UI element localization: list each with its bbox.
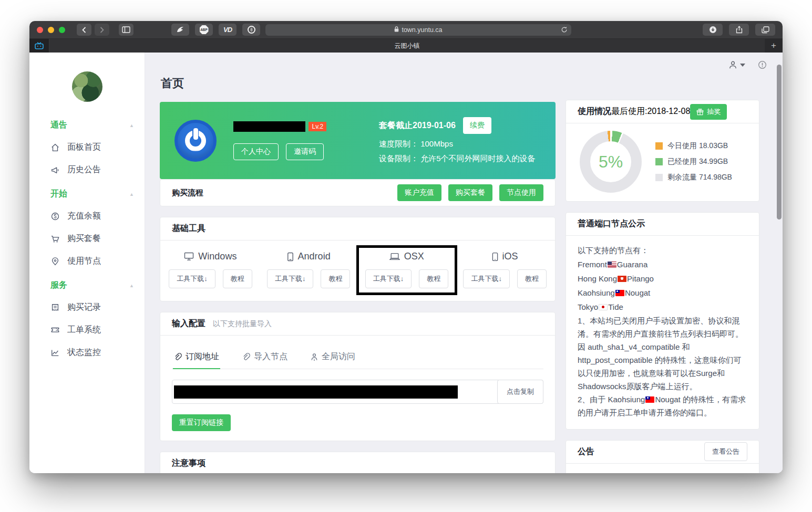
copy-button[interactable]: 点击复制: [497, 380, 543, 404]
invite-code-button[interactable]: 邀请码: [286, 143, 324, 160]
ios-download-button[interactable]: 工具下载↓: [463, 269, 510, 288]
chevron-left-icon: [82, 27, 86, 33]
toolbar-right-buttons: [703, 24, 775, 36]
keyhole-icon: [248, 26, 255, 34]
usage-percent: 5%: [580, 131, 642, 193]
input-config-title: 输入配置: [172, 318, 205, 329]
vd-extension-button[interactable]: VD: [219, 24, 237, 36]
android-download-button[interactable]: 工具下载↓: [267, 269, 314, 288]
sidebar-item-history-announcements[interactable]: 历史公告: [50, 159, 134, 181]
legend-swatch: [655, 142, 663, 150]
purchase-flow-title: 购买流程: [172, 188, 203, 198]
smartphone-icon: [492, 252, 498, 262]
share-icon: [736, 26, 743, 34]
reset-subscription-button[interactable]: 重置订阅链接: [172, 414, 231, 431]
sidebar-item-use-nodes[interactable]: 使用节点: [50, 250, 134, 273]
user-menu-button[interactable]: [728, 60, 745, 70]
sidebar-item-ticket-system[interactable]: 工单系统: [50, 319, 134, 341]
sidebar-section-title: 开始: [50, 189, 67, 200]
windows-tutorial-button[interactable]: 教程: [223, 269, 252, 288]
browser-toolbar: ABP VD town.yuntu.ca: [29, 21, 783, 39]
collapse-caret-icon[interactable]: ▲: [129, 192, 134, 197]
cart-icon: [50, 234, 60, 244]
subscription-url-input[interactable]: 点击复制: [172, 380, 543, 404]
person-pin-icon: [311, 353, 318, 361]
megaphone-icon: [50, 165, 60, 175]
forward-button[interactable]: [95, 24, 109, 36]
page-scrollbar[interactable]: [777, 65, 782, 220]
account-hero-card: Lv.2 个人中心 邀请码 套餐截止2019-01-06 续费: [160, 102, 556, 179]
notes-card: 注意事项 1、为避免重复工作量，使用OpenWRT、iOS使用Surge客户端以…: [160, 452, 556, 473]
announcement-card: 公告 查看公告 云图小镇重要变动通知 8月23日，云图小镇突然遭受GFW的DNS…: [566, 440, 759, 473]
paperclip-icon: [174, 353, 182, 361]
legend-item-remaining: 剩余流量 714.98GB: [655, 173, 732, 182]
adblock-extension-button[interactable]: ABP: [195, 24, 213, 36]
profile-center-button[interactable]: 个人中心: [233, 143, 279, 160]
pinned-tab[interactable]: [29, 39, 49, 53]
input-config-subtitle: 以下支持批量导入: [213, 319, 272, 329]
sidebar-section-title: 服务: [50, 280, 67, 291]
extension-buttons: ABP VD: [171, 24, 260, 36]
platform-windows: Windows 工具下载↓ 教程: [161, 247, 260, 294]
redacted-subscription-url: [174, 385, 458, 399]
avatar[interactable]: [72, 71, 102, 102]
tab-overview-button[interactable]: [755, 24, 775, 36]
platform-ios: iOS 工具下载↓ 教程: [456, 247, 554, 294]
account-topup-button[interactable]: 账户充值: [397, 184, 441, 201]
onepassword-extension-button[interactable]: [242, 24, 260, 36]
flag-tw-icon: [645, 396, 654, 403]
osx-tutorial-button[interactable]: 教程: [419, 269, 448, 288]
receipt-icon: [50, 303, 60, 312]
tab-global-access[interactable]: 全局访问: [310, 347, 356, 369]
back-button[interactable]: [77, 24, 91, 36]
sidebar: 通告 ▲ 面板首页 历史公告 开始 ▲: [29, 53, 145, 473]
sidebar-item-purchase-records[interactable]: 购买记录: [50, 296, 134, 319]
android-tutorial-button[interactable]: 教程: [321, 269, 350, 288]
legend-item-used: 已经使用 34.99GB: [655, 157, 732, 166]
page-body: 通告 ▲ 面板首页 历史公告 开始 ▲: [29, 53, 783, 473]
usage-donut-chart: 5%: [580, 131, 642, 193]
info-icon[interactable]: [758, 60, 767, 69]
speed-limit-label: 速度限制：: [379, 139, 418, 148]
windows-download-button[interactable]: 工具下载↓: [169, 269, 215, 288]
map-pin-icon: [50, 257, 60, 266]
nodes-paragraph-1: 1、本站均已关闭用户手动设置加密、协议和混淆。有需求的用户直接前往节点列表扫码即…: [578, 315, 747, 393]
sidebar-item-topup-balance[interactable]: 充值余额: [50, 205, 134, 227]
sidebar-item-buy-plan[interactable]: 购买套餐: [50, 227, 134, 250]
sidebar-toggle-button[interactable]: [119, 24, 133, 36]
reload-icon[interactable]: [561, 26, 568, 35]
collapse-caret-icon[interactable]: ▲: [129, 283, 134, 288]
platform-android: Android 工具下载↓ 教程: [260, 247, 358, 294]
active-tab[interactable]: 云图小镇: [49, 39, 765, 53]
tab-title: 云图小镇: [395, 41, 420, 50]
chevron-right-icon: [100, 27, 104, 33]
tv-favicon-icon: [35, 42, 44, 49]
tab-subscription-url[interactable]: 订阅地址: [173, 347, 220, 369]
ios-tutorial-button[interactable]: 教程: [517, 269, 547, 288]
page-title: 首页: [161, 76, 556, 91]
address-bar[interactable]: town.yuntu.ca: [265, 24, 571, 36]
zoom-window-button[interactable]: [59, 27, 65, 33]
tab-import-nodes[interactable]: 导入节点: [241, 347, 289, 369]
sidebar-section-service: 服务 ▲ 购买记录 工单系统 状态监控: [29, 280, 145, 364]
basic-tools-card: 基础工具 Windows 工具下载↓ 教程: [160, 217, 556, 301]
lottery-button[interactable]: 抽奖: [690, 104, 727, 120]
sidebar-item-status-monitor[interactable]: 状态监控: [50, 341, 134, 364]
sidebar-item-dashboard[interactable]: 面板首页: [50, 136, 134, 159]
buy-plan-button[interactable]: 购买套餐: [448, 184, 492, 201]
bird-extension-button[interactable]: [171, 24, 189, 36]
basic-tools-title: 基础工具: [172, 223, 205, 234]
renew-button[interactable]: 续费: [463, 117, 491, 134]
node-usage-button[interactable]: 节点使用: [499, 184, 543, 201]
osx-download-button[interactable]: 工具下载↓: [365, 269, 412, 288]
home-icon: [50, 143, 60, 152]
collapse-caret-icon[interactable]: ▲: [129, 123, 134, 128]
new-tab-button[interactable]: +: [765, 39, 783, 53]
share-button[interactable]: [729, 24, 749, 36]
close-window-button[interactable]: [37, 27, 43, 33]
downloads-button[interactable]: [703, 24, 723, 36]
view-announcements-button[interactable]: 查看公告: [704, 442, 747, 461]
minimize-window-button[interactable]: [48, 27, 54, 33]
nodes-panel-card: 普通端口节点公示 以下支持的节点有： FremontGuarana Hong K…: [566, 212, 759, 430]
power-logo-icon: [174, 120, 217, 162]
